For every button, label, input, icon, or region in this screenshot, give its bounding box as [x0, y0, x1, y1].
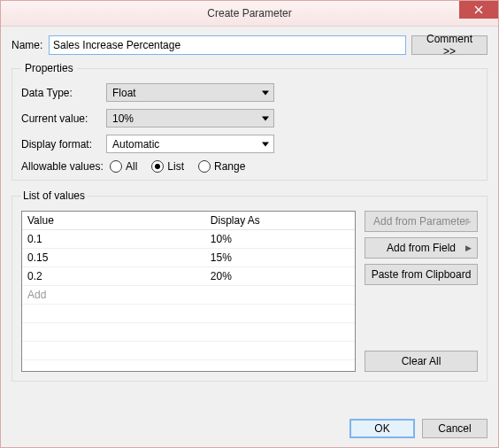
data-type-label: Data Type:: [21, 87, 106, 99]
add-from-parameter-button[interactable]: Add from Parameter ▶: [365, 211, 478, 232]
comment-button[interactable]: Comment >>: [411, 35, 487, 55]
table-row-empty: [22, 360, 355, 372]
button-label: Clear All: [402, 355, 441, 367]
button-label: Paste from Clipboard: [372, 268, 472, 281]
current-value-select[interactable]: 10%: [106, 109, 274, 127]
cell-display: 10%: [205, 233, 355, 245]
display-format-select[interactable]: Automatic: [106, 135, 274, 153]
name-label: Name:: [12, 39, 49, 51]
allowable-radio-group: All List Range: [110, 160, 245, 173]
table-row-empty: [22, 342, 355, 360]
clear-all-button[interactable]: Clear All: [365, 351, 478, 372]
display-format-label: Display format:: [21, 138, 106, 151]
display-format-value: Automatic: [112, 138, 159, 151]
chevron-down-icon: [262, 142, 269, 146]
dialog-footer: OK Cancel: [349, 419, 487, 438]
grid-header: Value Display As: [22, 212, 355, 230]
cell-display: 15%: [205, 251, 355, 264]
paste-from-clipboard-button[interactable]: Paste from Clipboard: [365, 264, 478, 285]
radio-list-label: List: [167, 160, 184, 173]
values-grid[interactable]: Value Display As 0.1 10% 0.15 15% 0.2 20…: [21, 211, 356, 372]
button-label: Add from Parameter: [373, 215, 469, 228]
add-placeholder: Add: [22, 289, 205, 301]
titlebar: Create Parameter: [1, 1, 498, 27]
header-display: Display As: [205, 214, 355, 227]
create-parameter-dialog: Create Parameter Name: Comment >> Proper…: [0, 0, 499, 448]
button-label: Add from Field: [387, 242, 456, 254]
close-button[interactable]: [459, 1, 498, 19]
close-icon: [474, 5, 483, 14]
radio-range-label: Range: [214, 160, 245, 173]
list-of-values-group: List of values Value Display As 0.1 10% …: [12, 189, 487, 382]
name-input[interactable]: [49, 35, 406, 55]
current-value-value: 10%: [112, 112, 134, 125]
ok-button[interactable]: OK: [349, 419, 415, 438]
properties-group: Properties Data Type: Float Current valu…: [12, 62, 487, 181]
radio-icon: [151, 160, 164, 173]
cell-display: 20%: [205, 270, 355, 282]
add-from-field-button[interactable]: Add from Field ▶: [365, 237, 478, 259]
header-value: Value: [22, 214, 205, 227]
radio-icon: [198, 160, 211, 173]
chevron-down-icon: [262, 90, 269, 95]
current-value-label: Current value:: [21, 112, 106, 125]
radio-range[interactable]: Range: [198, 160, 245, 173]
table-row[interactable]: 0.2 20%: [22, 267, 355, 286]
table-row-empty: [22, 323, 355, 342]
table-row[interactable]: 0.1 10%: [22, 230, 355, 249]
radio-all[interactable]: All: [110, 160, 137, 173]
radio-list[interactable]: List: [151, 160, 184, 173]
allowable-label: Allowable values:: [21, 160, 110, 173]
data-type-value: Float: [112, 87, 136, 99]
chevron-down-icon: [262, 116, 269, 120]
properties-legend: Properties: [21, 62, 77, 74]
radio-all-label: All: [126, 160, 137, 173]
list-of-values-legend: List of values: [21, 189, 87, 202]
cell-value: 0.1: [22, 233, 205, 245]
table-row-empty: [22, 305, 355, 323]
cell-value: 0.15: [22, 251, 205, 264]
cell-value: 0.2: [22, 270, 205, 282]
cancel-button[interactable]: Cancel: [422, 419, 487, 438]
radio-icon: [110, 160, 122, 173]
table-row-add[interactable]: Add: [22, 286, 355, 305]
triangle-right-icon: ▶: [465, 243, 472, 252]
window-title: Create Parameter: [207, 7, 291, 19]
triangle-right-icon: ▶: [465, 217, 472, 226]
data-type-select[interactable]: Float: [106, 83, 274, 102]
table-row[interactable]: 0.15 15%: [22, 249, 355, 267]
